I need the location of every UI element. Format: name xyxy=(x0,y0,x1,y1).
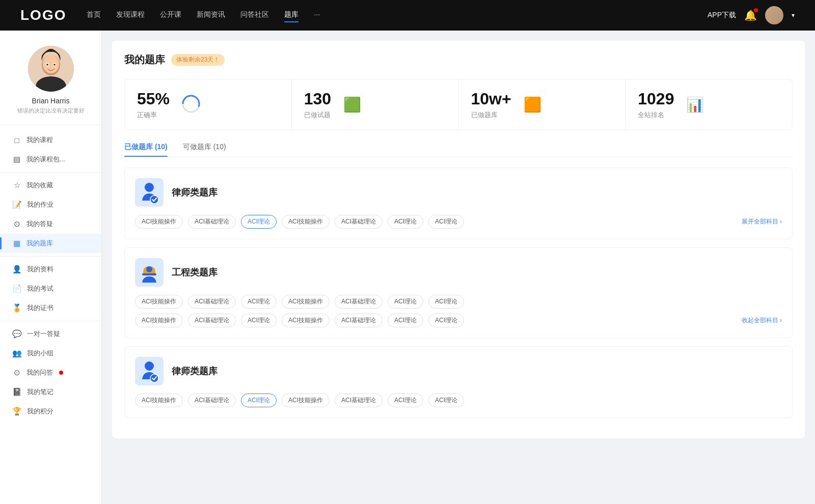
lawyer-icon-2 xyxy=(135,357,164,385)
done-icon: 🟩 xyxy=(343,96,361,113)
svg-point-6 xyxy=(46,64,48,66)
expand-btn-1[interactable]: 展开全部科目 › xyxy=(742,217,782,226)
stat-done-questions: 130 已做试题 🟩 xyxy=(292,79,459,130)
sidebar-item-notes[interactable]: 📓 我的笔记 xyxy=(0,382,101,402)
tag-3-7[interactable]: ACI理论 xyxy=(428,394,464,407)
qbank-title-1: 律师类题库 xyxy=(172,186,218,199)
svg-point-7 xyxy=(53,64,56,66)
sidebar-item-my-courses[interactable]: □ 我的课程 xyxy=(0,130,101,150)
tag-1-3[interactable]: ACI理论 xyxy=(241,215,277,229)
nav-dropdown-arrow[interactable]: ▾ xyxy=(792,12,795,19)
nav-link-open[interactable]: 公开课 xyxy=(160,8,181,22)
stat-ranking: 1029 全站排名 📊 xyxy=(626,79,792,130)
tag-2-8[interactable]: ACI技能操作 xyxy=(135,314,183,327)
stat-label-accuracy: 正确率 xyxy=(137,110,170,120)
stat-value-ranking: 1029 全站排名 xyxy=(638,90,674,120)
tag-3-4[interactable]: ACI技能操作 xyxy=(282,394,330,407)
sidebar-menu: □ 我的课程 ▤ 我的课程包... ☆ 我的收藏 📝 我的作业 ⊙ 我的答疑 ▦ xyxy=(0,125,101,426)
sidebar-item-exam[interactable]: 📄 我的考试 xyxy=(0,279,101,298)
star-icon: ☆ xyxy=(12,181,21,190)
nav-link-discover[interactable]: 发现课程 xyxy=(116,8,145,22)
tag-2-7[interactable]: ACI理论 xyxy=(428,295,464,309)
tag-2-12[interactable]: ACI基础理论 xyxy=(335,314,383,327)
trial-badge: 体验剩余23天！ xyxy=(171,54,225,66)
nav-notification-bell[interactable]: 🔔 xyxy=(744,9,757,21)
nav-link-questions[interactable]: 题库 xyxy=(284,8,298,22)
sidebar-item-profile[interactable]: 👤 我的资料 xyxy=(0,260,101,279)
svg-rect-12 xyxy=(142,273,156,275)
tag-1-5[interactable]: ACI基础理论 xyxy=(335,215,383,229)
profile-icon: 👤 xyxy=(12,265,22,274)
qbank-section-lawyer-2: 律师类题库 ACI技能操作 ACI基础理论 ACI理论 ACI技能操作 ACI基… xyxy=(124,346,793,418)
main-content: 我的题库 体验剩余23天！ 55% 正确率 xyxy=(102,31,815,504)
tag-2-6[interactable]: ACI理论 xyxy=(388,295,423,309)
course-package-icon: ▤ xyxy=(12,155,21,164)
tags-row-1: ACI技能操作 ACI基础理论 ACI理论 ACI技能操作 ACI基础理论 AC… xyxy=(135,215,782,229)
group-icon: 👥 xyxy=(12,349,22,358)
nav-avatar[interactable] xyxy=(765,6,783,24)
tag-1-1[interactable]: ACI技能操作 xyxy=(135,215,183,229)
sidebar-item-course-packages[interactable]: ▤ 我的课程包... xyxy=(0,150,101,169)
tag-3-2[interactable]: ACI基础理论 xyxy=(188,394,236,407)
nav-app-download[interactable]: APP下载 xyxy=(708,11,736,20)
exam-icon: 📄 xyxy=(12,284,22,293)
collapse-btn-2[interactable]: 收起全部科目 › xyxy=(742,316,782,325)
qbank-header-3: 律师类题库 xyxy=(135,357,782,385)
sidebar-divider-3 xyxy=(0,321,101,321)
navbar: LOGO 首页 发现课程 公开课 新闻资讯 问答社区 题库 ··· APP下载 … xyxy=(0,0,815,31)
sidebar-item-points[interactable]: 🏆 我的积分 xyxy=(0,402,101,421)
sidebar-item-question-bank[interactable]: ▦ 我的题库 xyxy=(0,234,101,253)
tag-2-14[interactable]: ACI理论 xyxy=(428,314,464,327)
sidebar-item-label: 我的课程包... xyxy=(26,155,65,164)
svg-point-13 xyxy=(146,266,152,272)
tag-2-3[interactable]: ACI理论 xyxy=(241,295,277,309)
nav-link-qa[interactable]: 问答社区 xyxy=(240,8,269,22)
tag-2-9[interactable]: ACI基础理论 xyxy=(188,314,236,327)
tag-1-4[interactable]: ACI技能操作 xyxy=(282,215,330,229)
sidebar-item-questions[interactable]: ⊙ 我的答疑 xyxy=(0,214,101,234)
svg-point-14 xyxy=(145,361,154,371)
qbank-section-lawyer-1: 律师类题库 ACI技能操作 ACI基础理论 ACI理论 ACI技能操作 ACI基… xyxy=(124,167,793,239)
tag-2-4[interactable]: ACI技能操作 xyxy=(282,295,330,309)
sidebar-item-certificate[interactable]: 🏅 我的证书 xyxy=(0,298,101,318)
tags-row-3: ACI技能操作 ACI基础理论 ACI理论 ACI技能操作 ACI基础理论 AC… xyxy=(135,394,782,407)
tag-2-10[interactable]: ACI理论 xyxy=(241,314,277,327)
nav-link-more[interactable]: ··· xyxy=(314,8,320,22)
tag-2-5[interactable]: ACI基础理论 xyxy=(335,295,383,309)
tag-1-2[interactable]: ACI基础理论 xyxy=(188,215,236,229)
sidebar-item-label: 我的积分 xyxy=(27,407,53,416)
lawyer-icon-1 xyxy=(135,178,164,207)
engineer-icon xyxy=(135,258,164,287)
sidebar-item-my-qa[interactable]: ⊙ 我的问答 xyxy=(0,363,101,382)
tags-row-2a: ACI技能操作 ACI基础理论 ACI理论 ACI技能操作 ACI基础理论 AC… xyxy=(135,295,782,309)
sidebar-item-label: 我的作业 xyxy=(27,200,53,209)
stat-label-ranking: 全站排名 xyxy=(638,110,674,120)
stat-number-ranking: 1029 xyxy=(638,90,674,108)
tag-2-11[interactable]: ACI技能操作 xyxy=(282,314,330,327)
tab-available-banks[interactable]: 可做题库 (10) xyxy=(183,143,226,157)
tab-done-banks[interactable]: 已做题库 (10) xyxy=(124,143,168,157)
sidebar-item-label: 我的考试 xyxy=(27,284,53,293)
certificate-icon: 🏅 xyxy=(12,303,22,313)
sidebar-item-label: 我的资料 xyxy=(27,265,53,274)
stat-number: 55% xyxy=(137,90,170,108)
nav-link-news[interactable]: 新闻资讯 xyxy=(197,8,225,22)
nav-link-home[interactable]: 首页 xyxy=(87,8,101,22)
stat-banks-done: 10w+ 已做题库 🟧 xyxy=(459,79,626,130)
tag-3-5[interactable]: ACI基础理论 xyxy=(335,394,383,407)
sidebar-item-favorites[interactable]: ☆ 我的收藏 xyxy=(0,176,101,195)
sidebar-item-homework[interactable]: 📝 我的作业 xyxy=(0,195,101,214)
stat-accuracy: 55% 正确率 xyxy=(125,79,292,130)
tag-3-1[interactable]: ACI技能操作 xyxy=(135,394,183,407)
tag-3-6[interactable]: ACI理论 xyxy=(388,394,423,407)
tag-1-7[interactable]: ACI理论 xyxy=(428,215,464,229)
sidebar-item-one-on-one[interactable]: 💬 一对一答疑 xyxy=(0,324,101,344)
tag-2-1[interactable]: ACI技能操作 xyxy=(135,295,183,309)
page-header: 我的题库 体验剩余23天！ xyxy=(124,53,793,67)
tag-1-6[interactable]: ACI理论 xyxy=(388,215,423,229)
tag-2-13[interactable]: ACI理论 xyxy=(388,314,423,327)
sidebar-item-group[interactable]: 👥 我的小组 xyxy=(0,344,101,363)
tag-3-3[interactable]: ACI理论 xyxy=(241,394,277,407)
tag-2-2[interactable]: ACI基础理论 xyxy=(188,295,236,309)
sidebar-item-label: 我的答疑 xyxy=(26,219,53,229)
